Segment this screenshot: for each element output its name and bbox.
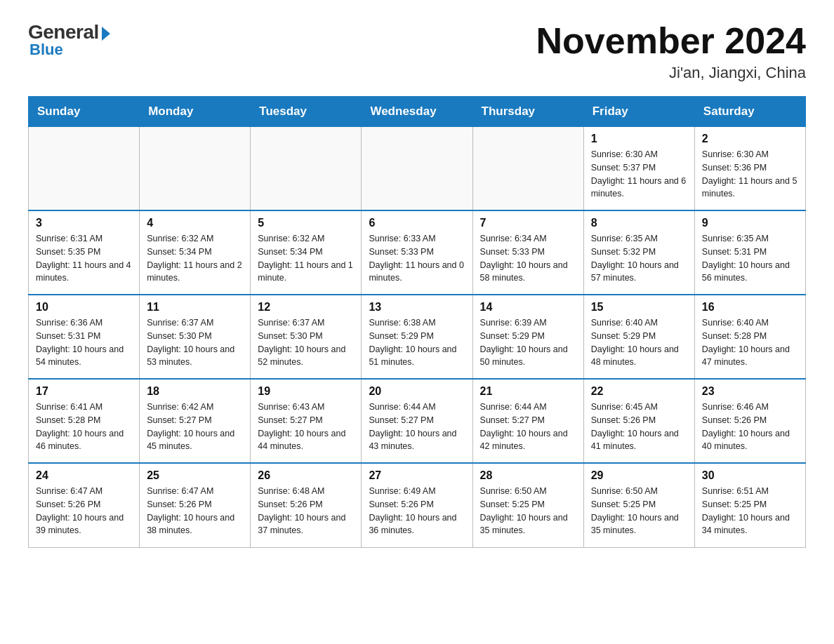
calendar-cell: 3Sunrise: 6:31 AMSunset: 5:35 PMDaylight… [29,210,140,295]
days-of-week-row: SundayMondayTuesdayWednesdayThursdayFrid… [29,97,806,126]
day-number: 1 [591,133,687,145]
calendar-cell: 6Sunrise: 6:33 AMSunset: 5:33 PMDaylight… [362,210,472,295]
week-row-3: 10Sunrise: 6:36 AMSunset: 5:31 PMDayligh… [29,295,806,379]
day-number: 5 [258,217,354,229]
calendar-cell: 30Sunrise: 6:51 AMSunset: 5:25 PMDayligh… [694,463,805,547]
day-number: 23 [702,385,798,398]
day-number: 24 [36,469,132,482]
logo-arrow-icon [102,27,110,41]
day-number: 27 [369,469,465,482]
calendar-cell [140,126,251,210]
calendar-cell: 23Sunrise: 6:46 AMSunset: 5:26 PMDayligh… [694,379,805,463]
day-info: Sunrise: 6:44 AMSunset: 5:27 PMDaylight:… [369,401,465,453]
day-info: Sunrise: 6:50 AMSunset: 5:25 PMDaylight:… [591,485,687,537]
day-header-monday: Monday [140,97,251,126]
calendar-cell: 22Sunrise: 6:45 AMSunset: 5:26 PMDayligh… [583,379,694,463]
calendar-cell: 24Sunrise: 6:47 AMSunset: 5:26 PMDayligh… [29,463,140,547]
day-number: 8 [591,217,687,229]
day-number: 7 [480,217,576,229]
day-number: 21 [480,385,576,398]
calendar-cell: 21Sunrise: 6:44 AMSunset: 5:27 PMDayligh… [472,379,583,463]
day-header-saturday: Saturday [694,97,805,126]
calendar-cell: 2Sunrise: 6:30 AMSunset: 5:36 PMDaylight… [694,126,805,210]
calendar-cell: 4Sunrise: 6:32 AMSunset: 5:34 PMDaylight… [140,210,251,295]
day-number: 30 [702,469,798,482]
day-number: 13 [369,301,465,314]
calendar-cell: 15Sunrise: 6:40 AMSunset: 5:29 PMDayligh… [583,295,694,379]
day-number: 18 [147,385,243,398]
day-info: Sunrise: 6:46 AMSunset: 5:26 PMDaylight:… [702,401,798,453]
calendar-cell: 1Sunrise: 6:30 AMSunset: 5:37 PMDaylight… [583,126,694,210]
day-number: 11 [147,301,243,314]
day-info: Sunrise: 6:43 AMSunset: 5:27 PMDaylight:… [258,401,354,453]
day-info: Sunrise: 6:45 AMSunset: 5:26 PMDaylight:… [591,401,687,453]
calendar-cell: 9Sunrise: 6:35 AMSunset: 5:31 PMDaylight… [694,210,805,295]
day-number: 2 [702,133,798,145]
calendar: SundayMondayTuesdayWednesdayThursdayFrid… [28,96,806,548]
day-info: Sunrise: 6:47 AMSunset: 5:26 PMDaylight:… [147,485,243,537]
day-number: 10 [36,301,132,314]
day-info: Sunrise: 6:49 AMSunset: 5:26 PMDaylight:… [369,485,465,537]
calendar-cell: 26Sunrise: 6:48 AMSunset: 5:26 PMDayligh… [251,463,362,547]
day-info: Sunrise: 6:48 AMSunset: 5:26 PMDaylight:… [258,485,354,537]
calendar-cell: 27Sunrise: 6:49 AMSunset: 5:26 PMDayligh… [362,463,472,547]
day-number: 29 [591,469,687,482]
day-info: Sunrise: 6:40 AMSunset: 5:28 PMDaylight:… [702,316,798,369]
calendar-cell: 16Sunrise: 6:40 AMSunset: 5:28 PMDayligh… [694,295,805,379]
day-info: Sunrise: 6:32 AMSunset: 5:34 PMDaylight:… [147,232,243,285]
calendar-cell: 25Sunrise: 6:47 AMSunset: 5:26 PMDayligh… [140,463,251,547]
day-number: 16 [702,301,798,314]
calendar-cell: 29Sunrise: 6:50 AMSunset: 5:25 PMDayligh… [583,463,694,547]
day-info: Sunrise: 6:51 AMSunset: 5:25 PMDaylight:… [702,485,798,537]
day-number: 20 [369,385,465,398]
calendar-cell: 12Sunrise: 6:37 AMSunset: 5:30 PMDayligh… [251,295,362,379]
day-number: 25 [147,469,243,482]
calendar-cell: 8Sunrise: 6:35 AMSunset: 5:32 PMDaylight… [583,210,694,295]
calendar-cell: 5Sunrise: 6:32 AMSunset: 5:34 PMDaylight… [251,210,362,295]
calendar-cell: 7Sunrise: 6:34 AMSunset: 5:33 PMDaylight… [472,210,583,295]
day-info: Sunrise: 6:32 AMSunset: 5:34 PMDaylight:… [258,232,354,285]
day-number: 6 [369,217,465,229]
day-info: Sunrise: 6:44 AMSunset: 5:27 PMDaylight:… [480,401,576,453]
calendar-cell [251,126,362,210]
header: General Blue November 2024 Ji'an, Jiangx… [28,21,806,82]
day-number: 14 [480,301,576,314]
week-row-4: 17Sunrise: 6:41 AMSunset: 5:28 PMDayligh… [29,379,806,463]
calendar-cell: 19Sunrise: 6:43 AMSunset: 5:27 PMDayligh… [251,379,362,463]
calendar-cell: 14Sunrise: 6:39 AMSunset: 5:29 PMDayligh… [472,295,583,379]
day-number: 12 [258,301,354,314]
logo: General Blue [28,21,110,59]
day-info: Sunrise: 6:30 AMSunset: 5:36 PMDaylight:… [702,148,798,201]
day-number: 17 [36,385,132,398]
week-row-5: 24Sunrise: 6:47 AMSunset: 5:26 PMDayligh… [29,463,806,547]
day-info: Sunrise: 6:35 AMSunset: 5:31 PMDaylight:… [702,232,798,285]
day-header-thursday: Thursday [472,97,583,126]
week-row-2: 3Sunrise: 6:31 AMSunset: 5:35 PMDaylight… [29,210,806,295]
day-number: 3 [36,217,132,229]
calendar-cell: 10Sunrise: 6:36 AMSunset: 5:31 PMDayligh… [29,295,140,379]
day-number: 19 [258,385,354,398]
location-title: Ji'an, Jiangxi, China [536,64,806,82]
calendar-cell: 17Sunrise: 6:41 AMSunset: 5:28 PMDayligh… [29,379,140,463]
day-info: Sunrise: 6:41 AMSunset: 5:28 PMDaylight:… [36,401,132,453]
logo-blue-text: Blue [29,41,63,59]
day-info: Sunrise: 6:33 AMSunset: 5:33 PMDaylight:… [369,232,465,285]
day-info: Sunrise: 6:42 AMSunset: 5:27 PMDaylight:… [147,401,243,453]
week-row-1: 1Sunrise: 6:30 AMSunset: 5:37 PMDaylight… [29,126,806,210]
day-info: Sunrise: 6:39 AMSunset: 5:29 PMDaylight:… [480,316,576,369]
day-info: Sunrise: 6:31 AMSunset: 5:35 PMDaylight:… [36,232,132,285]
day-info: Sunrise: 6:37 AMSunset: 5:30 PMDaylight:… [258,316,354,369]
day-info: Sunrise: 6:47 AMSunset: 5:26 PMDaylight:… [36,485,132,537]
day-header-sunday: Sunday [29,97,140,126]
title-area: November 2024 Ji'an, Jiangxi, China [536,21,806,82]
day-info: Sunrise: 6:40 AMSunset: 5:29 PMDaylight:… [591,316,687,369]
calendar-cell [472,126,583,210]
day-info: Sunrise: 6:36 AMSunset: 5:31 PMDaylight:… [36,316,132,369]
day-info: Sunrise: 6:35 AMSunset: 5:32 PMDaylight:… [591,232,687,285]
calendar-cell: 13Sunrise: 6:38 AMSunset: 5:29 PMDayligh… [362,295,472,379]
day-number: 26 [258,469,354,482]
calendar-cell: 28Sunrise: 6:50 AMSunset: 5:25 PMDayligh… [472,463,583,547]
day-number: 4 [147,217,243,229]
month-title: November 2024 [536,21,806,61]
day-info: Sunrise: 6:37 AMSunset: 5:30 PMDaylight:… [147,316,243,369]
